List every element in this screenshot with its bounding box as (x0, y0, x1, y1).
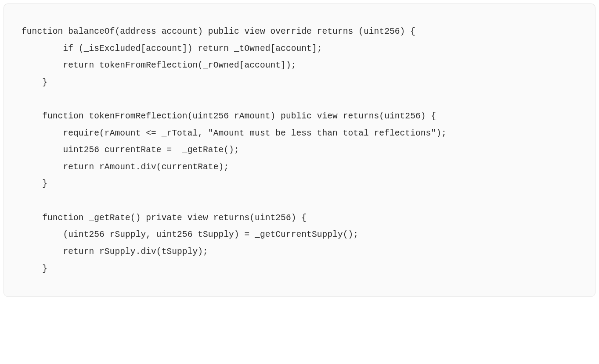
code-block: function balanceOf(address account) publ… (4, 4, 595, 297)
code-content: function balanceOf(address account) publ… (22, 23, 577, 277)
